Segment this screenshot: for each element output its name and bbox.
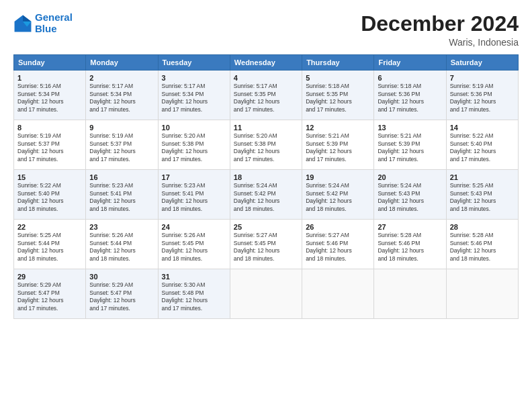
calendar-cell <box>446 269 518 319</box>
day-info: Sunrise: 5:17 AM Sunset: 5:34 PM Dayligh… <box>89 83 154 113</box>
day-info: Sunrise: 5:19 AM Sunset: 5:37 PM Dayligh… <box>89 132 154 163</box>
calendar-cell: 8Sunrise: 5:19 AM Sunset: 5:37 PM Daylig… <box>14 120 86 170</box>
calendar-cell: 29Sunrise: 5:29 AM Sunset: 5:47 PM Dayli… <box>14 269 86 319</box>
calendar-header-row: SundayMondayTuesdayWednesdayThursdayFrid… <box>14 55 519 71</box>
calendar-cell: 2Sunrise: 5:17 AM Sunset: 5:34 PM Daylig… <box>86 71 158 120</box>
calendar-week-1: 1Sunrise: 5:16 AM Sunset: 5:34 PM Daylig… <box>14 71 519 120</box>
day-info: Sunrise: 5:23 AM Sunset: 5:41 PM Dayligh… <box>162 182 226 213</box>
day-number: 11 <box>234 124 298 132</box>
calendar-body: 1Sunrise: 5:16 AM Sunset: 5:34 PM Daylig… <box>14 71 519 319</box>
day-info: Sunrise: 5:26 AM Sunset: 5:45 PM Dayligh… <box>162 232 226 263</box>
day-info: Sunrise: 5:25 AM Sunset: 5:44 PM Dayligh… <box>17 232 82 263</box>
day-number: 16 <box>89 173 154 181</box>
calendar-cell: 13Sunrise: 5:21 AM Sunset: 5:39 PM Dayli… <box>374 120 446 170</box>
day-info: Sunrise: 5:26 AM Sunset: 5:44 PM Dayligh… <box>89 232 154 263</box>
calendar-cell: 14Sunrise: 5:22 AM Sunset: 5:40 PM Dayli… <box>446 120 518 170</box>
calendar-week-3: 15Sunrise: 5:22 AM Sunset: 5:40 PM Dayli… <box>14 170 519 220</box>
page: General Blue December 2024 Waris, Indone… <box>0 0 532 411</box>
calendar-cell: 9Sunrise: 5:19 AM Sunset: 5:37 PM Daylig… <box>86 120 158 170</box>
day-info: Sunrise: 5:19 AM Sunset: 5:37 PM Dayligh… <box>17 132 82 163</box>
day-info: Sunrise: 5:17 AM Sunset: 5:35 PM Dayligh… <box>234 83 298 113</box>
day-number: 20 <box>378 173 442 181</box>
day-number: 2 <box>89 74 154 82</box>
day-header-saturday: Saturday <box>446 55 518 71</box>
day-number: 9 <box>89 124 154 132</box>
day-number: 14 <box>450 124 515 132</box>
logo: General Blue <box>13 12 73 34</box>
day-number: 17 <box>162 173 226 181</box>
calendar-cell: 7Sunrise: 5:19 AM Sunset: 5:36 PM Daylig… <box>446 71 518 120</box>
day-number: 30 <box>89 273 154 281</box>
day-number: 10 <box>162 124 226 132</box>
day-header-tuesday: Tuesday <box>158 55 230 71</box>
day-info: Sunrise: 5:18 AM Sunset: 5:35 PM Dayligh… <box>306 83 370 113</box>
day-info: Sunrise: 5:29 AM Sunset: 5:47 PM Dayligh… <box>89 281 154 312</box>
day-info: Sunrise: 5:27 AM Sunset: 5:45 PM Dayligh… <box>234 232 298 263</box>
day-info: Sunrise: 5:28 AM Sunset: 5:46 PM Dayligh… <box>450 232 515 263</box>
calendar-cell: 6Sunrise: 5:18 AM Sunset: 5:36 PM Daylig… <box>374 71 446 120</box>
calendar-cell: 24Sunrise: 5:26 AM Sunset: 5:45 PM Dayli… <box>158 220 230 269</box>
day-number: 21 <box>450 173 515 181</box>
day-number: 23 <box>89 223 154 231</box>
day-number: 25 <box>234 223 298 231</box>
day-number: 26 <box>306 223 370 231</box>
calendar-cell: 16Sunrise: 5:23 AM Sunset: 5:41 PM Dayli… <box>86 170 158 220</box>
calendar-table: SundayMondayTuesdayWednesdayThursdayFrid… <box>13 54 519 319</box>
day-info: Sunrise: 5:20 AM Sunset: 5:38 PM Dayligh… <box>162 132 226 163</box>
day-number: 7 <box>450 74 515 82</box>
day-number: 29 <box>17 273 82 281</box>
calendar-cell: 11Sunrise: 5:20 AM Sunset: 5:38 PM Dayli… <box>230 120 302 170</box>
logo-text: General Blue <box>35 12 73 34</box>
logo-icon <box>13 14 32 33</box>
day-info: Sunrise: 5:24 AM Sunset: 5:43 PM Dayligh… <box>378 182 442 213</box>
day-info: Sunrise: 5:19 AM Sunset: 5:36 PM Dayligh… <box>450 83 515 113</box>
month-title: December 2024 <box>361 12 519 36</box>
day-header-sunday: Sunday <box>14 55 86 71</box>
day-number: 31 <box>162 273 226 281</box>
calendar-cell: 17Sunrise: 5:23 AM Sunset: 5:41 PM Dayli… <box>158 170 230 220</box>
calendar-cell: 1Sunrise: 5:16 AM Sunset: 5:34 PM Daylig… <box>14 71 86 120</box>
calendar-cell: 25Sunrise: 5:27 AM Sunset: 5:45 PM Dayli… <box>230 220 302 269</box>
day-header-thursday: Thursday <box>302 55 374 71</box>
calendar-cell: 23Sunrise: 5:26 AM Sunset: 5:44 PM Dayli… <box>86 220 158 269</box>
day-number: 27 <box>378 223 442 231</box>
day-info: Sunrise: 5:21 AM Sunset: 5:39 PM Dayligh… <box>378 132 442 163</box>
header: General Blue December 2024 Waris, Indone… <box>13 12 519 48</box>
calendar-cell: 18Sunrise: 5:24 AM Sunset: 5:42 PM Dayli… <box>230 170 302 220</box>
calendar-cell: 21Sunrise: 5:25 AM Sunset: 5:43 PM Dayli… <box>446 170 518 220</box>
day-info: Sunrise: 5:23 AM Sunset: 5:41 PM Dayligh… <box>89 182 154 213</box>
day-header-wednesday: Wednesday <box>230 55 302 71</box>
calendar-cell: 4Sunrise: 5:17 AM Sunset: 5:35 PM Daylig… <box>230 71 302 120</box>
calendar-week-4: 22Sunrise: 5:25 AM Sunset: 5:44 PM Dayli… <box>14 220 519 269</box>
calendar-cell: 27Sunrise: 5:28 AM Sunset: 5:46 PM Dayli… <box>374 220 446 269</box>
calendar-cell <box>230 269 302 319</box>
day-number: 12 <box>306 124 370 132</box>
calendar-cell: 3Sunrise: 5:17 AM Sunset: 5:34 PM Daylig… <box>158 71 230 120</box>
svg-marker-1 <box>23 15 31 21</box>
day-info: Sunrise: 5:30 AM Sunset: 5:48 PM Dayligh… <box>162 281 226 312</box>
day-number: 6 <box>378 74 442 82</box>
day-info: Sunrise: 5:17 AM Sunset: 5:34 PM Dayligh… <box>162 83 226 113</box>
calendar-cell: 31Sunrise: 5:30 AM Sunset: 5:48 PM Dayli… <box>158 269 230 319</box>
calendar-week-5: 29Sunrise: 5:29 AM Sunset: 5:47 PM Dayli… <box>14 269 519 319</box>
calendar-cell: 15Sunrise: 5:22 AM Sunset: 5:40 PM Dayli… <box>14 170 86 220</box>
calendar-cell <box>302 269 374 319</box>
day-info: Sunrise: 5:16 AM Sunset: 5:34 PM Dayligh… <box>17 83 82 113</box>
calendar-cell: 12Sunrise: 5:21 AM Sunset: 5:39 PM Dayli… <box>302 120 374 170</box>
day-info: Sunrise: 5:20 AM Sunset: 5:38 PM Dayligh… <box>234 132 298 163</box>
calendar-cell: 20Sunrise: 5:24 AM Sunset: 5:43 PM Dayli… <box>374 170 446 220</box>
day-info: Sunrise: 5:29 AM Sunset: 5:47 PM Dayligh… <box>17 281 82 312</box>
day-info: Sunrise: 5:24 AM Sunset: 5:42 PM Dayligh… <box>306 182 370 213</box>
day-number: 19 <box>306 173 370 181</box>
day-number: 15 <box>17 173 82 181</box>
day-header-friday: Friday <box>374 55 446 71</box>
day-number: 13 <box>378 124 442 132</box>
calendar-cell: 30Sunrise: 5:29 AM Sunset: 5:47 PM Dayli… <box>86 269 158 319</box>
location: Waris, Indonesia <box>361 37 519 48</box>
day-number: 24 <box>162 223 226 231</box>
calendar-cell: 10Sunrise: 5:20 AM Sunset: 5:38 PM Dayli… <box>158 120 230 170</box>
day-info: Sunrise: 5:22 AM Sunset: 5:40 PM Dayligh… <box>450 132 515 163</box>
day-number: 1 <box>17 74 82 82</box>
day-number: 28 <box>450 223 515 231</box>
calendar-cell: 28Sunrise: 5:28 AM Sunset: 5:46 PM Dayli… <box>446 220 518 269</box>
